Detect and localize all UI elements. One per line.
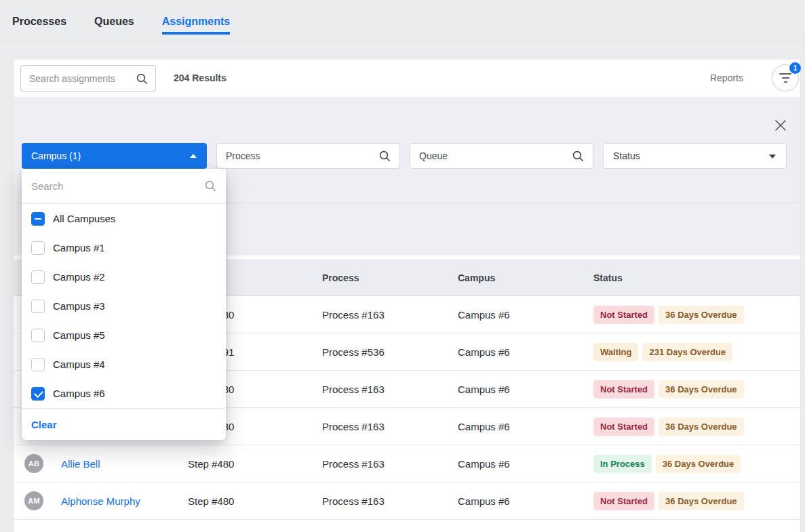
status-cell: Not Started 36 Days Overdue xyxy=(593,417,744,436)
chevron-up-icon xyxy=(190,154,197,158)
table-row: AM Alphonse Murphy Step #480 Process #16… xyxy=(14,483,800,520)
process-filter-input[interactable] xyxy=(226,144,375,168)
campus-filter-button[interactable]: Campus (1) xyxy=(22,143,207,169)
step-cell: Step #480 xyxy=(188,483,234,520)
campus-option[interactable]: Campus #6 xyxy=(22,379,226,408)
checkbox[interactable] xyxy=(31,387,45,401)
campus-option[interactable]: Campus #5 xyxy=(22,321,226,350)
campus-option[interactable]: Campus #1 xyxy=(22,233,226,262)
checkbox[interactable] xyxy=(31,329,45,342)
tab[interactable]: Assignments xyxy=(162,0,230,35)
overdue-badge: 231 Days Overdue xyxy=(642,343,732,361)
process-cell: Process #163 xyxy=(322,483,385,520)
assignments-search-input[interactable] xyxy=(29,66,136,91)
campus-cell: Campus #6 xyxy=(458,371,510,408)
status-cell: In Process 36 Days Overdue xyxy=(593,455,741,473)
status-cell: Not Started 36 Days Overdue xyxy=(593,492,744,510)
overdue-badge: 36 Days Overdue xyxy=(656,455,741,473)
campus-option-list: All Campuses Campus #1 Campus #2 Campus … xyxy=(22,204,226,408)
status-filter-label: Status xyxy=(613,144,640,168)
avatar: AB xyxy=(24,454,43,473)
column-header: Process xyxy=(322,260,359,295)
campus-cell: Campus #6 xyxy=(458,445,510,483)
campus-dropdown-search[interactable] xyxy=(22,169,226,204)
campus-filter-label: Campus (1) xyxy=(31,143,81,169)
status-badge: Waiting xyxy=(593,343,638,361)
queue-filter-input[interactable] xyxy=(419,144,568,168)
search-icon xyxy=(136,73,148,85)
status-cell: Waiting 231 Days Overdue xyxy=(593,343,732,361)
campus-option-label: Campus #1 xyxy=(53,242,105,253)
status-cell: Not Started 36 Days Overdue xyxy=(593,380,744,398)
status-badge: Not Started xyxy=(593,417,654,436)
column-header: Status xyxy=(593,260,623,295)
status-filter-select[interactable]: Status xyxy=(603,143,787,169)
overdue-badge: 36 Days Overdue xyxy=(659,306,744,324)
campus-option[interactable]: All Campuses xyxy=(22,204,226,233)
campus-dropdown-search-input[interactable] xyxy=(31,169,201,203)
campus-cell: Campus #6 xyxy=(458,483,510,520)
checkbox[interactable] xyxy=(31,270,45,284)
filter-icon xyxy=(779,73,791,83)
status-badge: In Process xyxy=(593,455,652,473)
toolbar: 204 Results Reports 1 xyxy=(14,60,800,97)
results-count: 204 Results xyxy=(174,60,227,97)
campus-option[interactable]: Campus #4 xyxy=(22,350,226,379)
campus-dropdown-footer: Clear xyxy=(22,408,226,440)
status-cell: Not Started 36 Days Overdue xyxy=(593,306,744,324)
process-cell: Process #163 xyxy=(322,445,385,483)
search-icon xyxy=(205,180,216,192)
search-icon xyxy=(572,150,584,162)
campus-option[interactable]: Campus #2 xyxy=(22,262,226,291)
campus-dropdown: All Campuses Campus #1 Campus #2 Campus … xyxy=(22,169,226,440)
process-cell: Process #163 xyxy=(322,296,385,333)
campus-option-label: All Campuses xyxy=(53,213,116,224)
column-header: Campus xyxy=(458,260,495,295)
top-tab-bar: Processes Queues Assignments xyxy=(12,0,230,35)
assignments-search[interactable] xyxy=(20,65,156,92)
campus-cell: Campus #6 xyxy=(458,333,510,371)
overdue-badge: 36 Days Overdue xyxy=(659,380,744,398)
campus-option-label: Campus #2 xyxy=(53,271,105,283)
process-cell: Process #536 xyxy=(322,333,385,371)
assignments-screen: Processes Queues Assignments 204 Results… xyxy=(0,0,805,532)
assignee-link[interactable]: Allie Bell xyxy=(61,445,100,483)
chevron-down-icon xyxy=(769,155,776,159)
clear-link[interactable]: Clear xyxy=(31,409,57,441)
filter-button[interactable]: 1 xyxy=(772,64,799,91)
checkbox[interactable] xyxy=(31,241,45,255)
assignee-link[interactable]: Alphonse Murphy xyxy=(61,483,140,520)
close-icon[interactable] xyxy=(774,119,787,131)
checkbox[interactable] xyxy=(31,300,45,313)
campus-cell: Campus #6 xyxy=(458,408,510,445)
process-filter[interactable] xyxy=(216,143,400,169)
campus-option[interactable]: Campus #3 xyxy=(22,291,226,321)
campus-option-label: Campus #5 xyxy=(53,329,105,341)
campus-cell: Campus #6 xyxy=(458,296,510,333)
process-cell: Process #163 xyxy=(322,371,385,408)
avatar: AM xyxy=(24,491,43,510)
campus-option-label: Campus #3 xyxy=(53,300,105,312)
search-icon xyxy=(379,150,391,162)
tabbar-divider xyxy=(0,41,805,41)
step-cell: Step #480 xyxy=(188,445,234,483)
checkbox[interactable] xyxy=(31,212,45,226)
queue-filter[interactable] xyxy=(410,143,593,169)
reports-link[interactable]: Reports xyxy=(710,60,743,97)
status-badge: Not Started xyxy=(593,380,654,398)
campus-option-label: Campus #4 xyxy=(53,359,105,370)
status-badge: Not Started xyxy=(593,492,654,510)
tab[interactable]: Processes xyxy=(12,0,66,35)
tab[interactable]: Queues xyxy=(94,0,134,35)
campus-option-label: Campus #6 xyxy=(53,388,105,399)
overdue-badge: 36 Days Overdue xyxy=(659,417,744,436)
table-row: AB Allie Bell Step #480 Process #163 Cam… xyxy=(14,445,800,483)
overdue-badge: 36 Days Overdue xyxy=(659,492,744,510)
filter-count-badge: 1 xyxy=(789,62,801,74)
checkbox[interactable] xyxy=(31,358,45,371)
status-badge: Not Started xyxy=(593,306,654,324)
process-cell: Process #163 xyxy=(322,408,385,445)
